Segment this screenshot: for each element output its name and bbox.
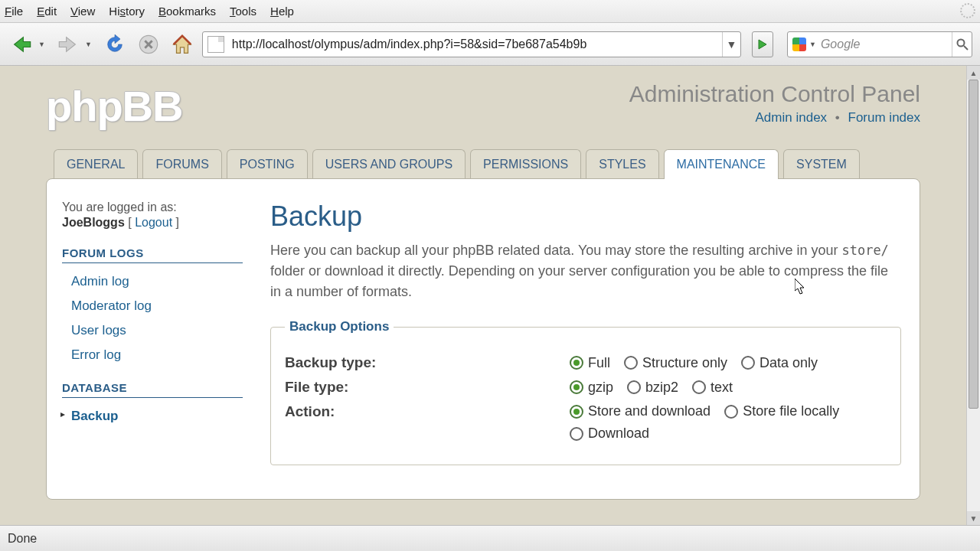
side-item-admin-log[interactable]: Admin log	[62, 269, 243, 294]
label-backup-type: Backup type:	[285, 354, 570, 371]
radio-icon	[570, 427, 583, 441]
google-icon	[792, 37, 806, 51]
radio-file-gzip[interactable]: gzip	[570, 380, 613, 396]
tab-maintenance[interactable]: MAINTENANCE	[664, 149, 779, 179]
tab-permissions[interactable]: PERMISSIONS	[470, 149, 581, 179]
tab-users-groups[interactable]: USERS AND GROUPS	[312, 149, 466, 179]
link-forum-index[interactable]: Forum index	[848, 110, 920, 125]
forward-button[interactable]	[54, 31, 82, 58]
url-text[interactable]: http://localhost/olympus/adm/index.php?i…	[229, 37, 722, 51]
browser-toolbar: ▼ ▼ http://localhost/olympus/adm/index.p…	[0, 23, 980, 66]
fieldset-legend: Backup Options	[285, 319, 394, 334]
throbber-icon	[960, 3, 975, 18]
menu-edit[interactable]: Edit	[37, 5, 57, 18]
acp-tabs: GENERAL FORUMS POSTING USERS AND GROUPS …	[0, 131, 966, 179]
link-admin-index[interactable]: Admin index	[756, 110, 828, 125]
backup-options-fieldset: Backup Options Backup type: Full Structu…	[270, 319, 901, 465]
label-file-type: File type:	[285, 379, 570, 396]
radio-action-store-download[interactable]: Store and download	[570, 403, 710, 419]
url-bar[interactable]: http://localhost/olympus/adm/index.php?i…	[202, 31, 741, 57]
scroll-thumb[interactable]	[969, 80, 978, 409]
radio-icon	[570, 405, 583, 419]
menu-bookmarks[interactable]: Bookmarks	[158, 5, 216, 18]
search-box[interactable]: ▼ Google	[787, 31, 972, 57]
side-header-forum-logs: FORUM LOGS	[62, 246, 243, 263]
radio-file-bzip2[interactable]: bzip2	[627, 380, 678, 396]
side-item-user-logs[interactable]: User logs	[62, 318, 243, 343]
menu-tools[interactable]: Tools	[230, 5, 256, 18]
side-item-backup[interactable]: Backup	[62, 404, 243, 429]
tab-system[interactable]: SYSTEM	[783, 149, 860, 179]
stop-button[interactable]	[135, 31, 162, 58]
radio-action-download[interactable]: Download	[570, 425, 649, 442]
go-button[interactable]	[752, 31, 773, 57]
url-dropdown[interactable]: ▼	[722, 32, 740, 57]
svg-point-1	[957, 39, 964, 46]
page-heading: Backup	[270, 201, 901, 233]
radio-icon	[724, 405, 738, 419]
radio-backup-data[interactable]: Data only	[741, 355, 818, 371]
radio-icon	[570, 356, 583, 370]
reload-button[interactable]	[101, 31, 129, 58]
page-description: Here you can backup all your phpBB relat…	[270, 240, 901, 302]
acp-header-links: Admin index • Forum index	[629, 110, 920, 126]
acp-panel: You are logged in as: JoeBloggs [ Logout…	[46, 178, 920, 500]
tab-styles[interactable]: STYLES	[586, 149, 658, 179]
vertical-scrollbar[interactable]: ▲ ▼	[966, 66, 980, 525]
acp-title: Administration Control Panel	[629, 81, 920, 107]
search-engine-dropdown[interactable]: ▼	[809, 41, 816, 48]
menu-help[interactable]: Help	[270, 5, 294, 18]
radio-icon	[624, 356, 638, 370]
home-button[interactable]	[168, 31, 196, 58]
tab-forums[interactable]: FORUMS	[142, 149, 221, 179]
radio-file-text[interactable]: text	[692, 380, 733, 396]
scroll-up[interactable]: ▲	[967, 66, 980, 80]
label-action: Action:	[285, 403, 570, 442]
side-header-database: DATABASE	[62, 381, 243, 398]
menu-file[interactable]: File	[5, 5, 23, 18]
acp-sidebar: You are logged in as: JoeBloggs [ Logout…	[62, 201, 243, 499]
side-item-moderator-log[interactable]: Moderator log	[62, 294, 243, 318]
phpbb-logo: phpBB	[46, 81, 183, 131]
logged-in-user: JoeBloggs [ Logout ]	[62, 216, 243, 230]
radio-icon	[627, 380, 641, 394]
back-dropdown[interactable]: ▼	[38, 41, 45, 48]
scroll-down[interactable]: ▼	[967, 511, 980, 525]
svg-line-2	[964, 46, 968, 50]
radio-icon	[570, 380, 583, 394]
username: JoeBloggs	[62, 216, 125, 229]
radio-icon	[692, 380, 706, 394]
page-viewport: phpBB Administration Control Panel Admin…	[0, 66, 980, 525]
logged-in-label: You are logged in as:	[62, 201, 243, 214]
logout-link[interactable]: Logout	[135, 216, 172, 229]
tab-general[interactable]: GENERAL	[54, 149, 138, 179]
tab-posting[interactable]: POSTING	[227, 149, 308, 179]
status-text: Done	[8, 532, 37, 546]
radio-icon	[741, 356, 755, 370]
radio-backup-structure[interactable]: Structure only	[624, 355, 727, 371]
page-icon	[207, 36, 224, 53]
acp-main: Backup Here you can backup all your phpB…	[243, 201, 901, 499]
back-button[interactable]	[8, 31, 35, 58]
menu-view[interactable]: View	[70, 5, 95, 18]
radio-backup-full[interactable]: Full	[570, 355, 610, 371]
search-input[interactable]: Google	[819, 37, 952, 51]
menu-history[interactable]: History	[109, 5, 145, 18]
side-item-error-log[interactable]: Error log	[62, 343, 243, 367]
forward-dropdown[interactable]: ▼	[85, 41, 92, 48]
browser-status-bar: Done	[0, 525, 980, 551]
radio-action-store-local[interactable]: Store file locally	[724, 403, 839, 419]
search-submit[interactable]	[952, 32, 972, 57]
browser-menubar: File Edit View History Bookmarks Tools H…	[0, 0, 980, 23]
